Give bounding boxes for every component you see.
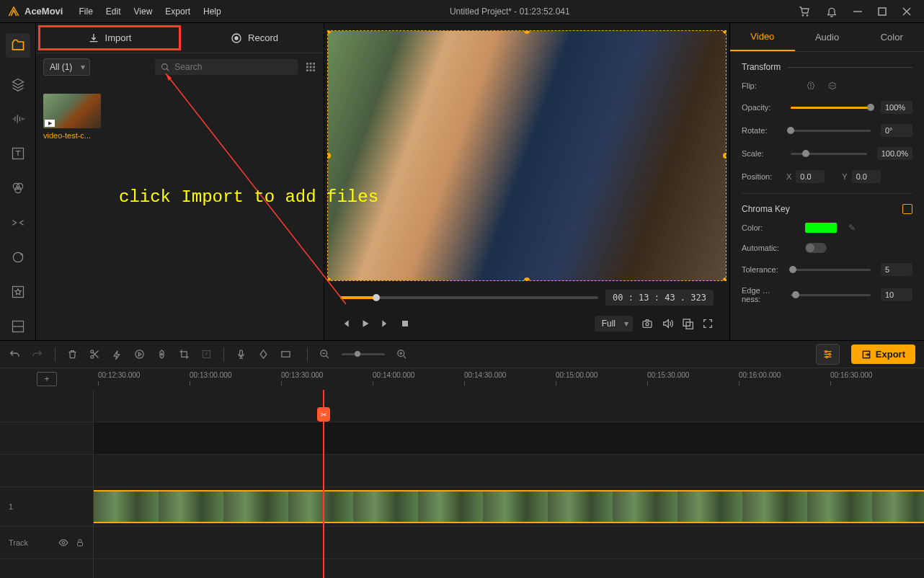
rail-audio-icon[interactable] — [10, 111, 26, 127]
video-track-lane[interactable] — [94, 487, 924, 527]
track-visibility-icon[interactable] — [58, 538, 68, 548]
preview-scrubber[interactable] — [340, 296, 598, 299]
resize-handle[interactable] — [723, 153, 727, 159]
bell-icon[interactable] — [826, 6, 838, 17]
tab-video[interactable]: Video — [730, 23, 795, 51]
playhead[interactable]: ✂ — [323, 390, 324, 578]
speed-button[interactable] — [112, 349, 123, 360]
timeline-ruler[interactable]: 00:12:30.000 00:13:00.000 00:13:30.000 0… — [94, 368, 924, 390]
stop-button[interactable] — [401, 319, 409, 328]
maximize-icon[interactable] — [878, 7, 887, 16]
flip-horizontal-icon[interactable] — [805, 81, 817, 91]
flip-vertical-icon[interactable] — [827, 81, 838, 91]
grid-view-icon[interactable] — [305, 61, 316, 73]
resize-handle[interactable] — [327, 277, 331, 281]
pos-y-input[interactable]: 0.0 — [852, 170, 881, 183]
menu-file[interactable]: File — [79, 6, 92, 17]
rail-animations-icon[interactable] — [10, 249, 26, 265]
view-mode-dropdown[interactable]: Full — [595, 316, 633, 332]
add-track-button[interactable]: + — [37, 372, 57, 386]
reverse-button[interactable] — [134, 349, 145, 360]
redo-button[interactable] — [32, 349, 43, 360]
rail-split-icon[interactable] — [10, 319, 26, 334]
zoom-slider[interactable] — [342, 353, 385, 355]
zoom-out-button[interactable] — [319, 349, 330, 360]
volume-button[interactable] — [662, 318, 673, 329]
scale-value[interactable]: 100.0% — [877, 147, 912, 160]
track-lanes[interactable]: ✂ — [94, 390, 924, 578]
time-display: 00 : 13 : 43 . 323 — [605, 290, 714, 306]
chroma-toggle[interactable] — [902, 204, 912, 214]
svg-rect-3 — [879, 8, 886, 15]
timeline-settings-button[interactable] — [816, 344, 840, 365]
track-lane[interactable] — [94, 455, 924, 487]
rail-media-icon[interactable] — [6, 33, 30, 58]
menu-edit[interactable]: Edit — [106, 6, 121, 17]
rotate-value[interactable]: 0° — [881, 124, 912, 137]
chroma-color-swatch[interactable] — [805, 223, 837, 233]
scale-slider[interactable] — [791, 153, 867, 155]
split-button[interactable] — [89, 349, 100, 360]
scrub-thumb[interactable] — [373, 294, 380, 301]
menu-view[interactable]: View — [134, 6, 153, 17]
search-box[interactable] — [155, 59, 298, 75]
track-lane[interactable] — [94, 422, 924, 455]
pos-x-input[interactable]: 0.0 — [796, 170, 825, 183]
edit-button[interactable] — [201, 349, 212, 360]
undo-button[interactable] — [9, 349, 20, 360]
tab-color[interactable]: Color — [859, 23, 924, 51]
crop-button[interactable] — [179, 349, 190, 360]
detach-button[interactable] — [682, 318, 693, 329]
tab-audio[interactable]: Audio — [795, 23, 860, 51]
rail-filters-icon[interactable] — [10, 180, 26, 196]
fullscreen-button[interactable] — [702, 318, 714, 329]
export-button[interactable]: Export — [851, 344, 915, 364]
edge-value[interactable]: 10 — [881, 288, 912, 301]
chroma-auto-toggle[interactable] — [805, 243, 827, 253]
keyframe-button[interactable] — [156, 349, 167, 360]
track-lock-icon[interactable] — [76, 538, 84, 547]
track-lane[interactable] — [94, 390, 924, 422]
snapshot-button[interactable] — [641, 318, 653, 329]
marker-button[interactable] — [258, 349, 269, 360]
media-filter-dropdown[interactable]: All (1) — [43, 58, 90, 76]
prev-frame-button[interactable] — [340, 319, 350, 329]
resize-handle[interactable] — [524, 277, 530, 281]
svg-rect-21 — [306, 66, 308, 68]
menu-help[interactable]: Help — [203, 6, 221, 17]
opacity-slider[interactable] — [791, 107, 871, 109]
rail-transitions-icon[interactable] — [10, 215, 26, 231]
menu-export[interactable]: Export — [165, 6, 190, 17]
tolerance-slider[interactable] — [791, 269, 871, 271]
playhead-marker-icon[interactable]: ✂ — [317, 407, 330, 422]
rotate-slider[interactable] — [791, 130, 871, 132]
resize-handle[interactable] — [723, 277, 727, 281]
svg-point-51 — [829, 353, 831, 355]
rail-elements-icon[interactable] — [10, 284, 26, 300]
resize-handle[interactable] — [723, 30, 727, 34]
cart-icon[interactable] — [799, 6, 810, 17]
record-button[interactable]: Record — [185, 23, 324, 53]
media-thumbnail[interactable]: ▶ video-test-c... — [43, 94, 101, 140]
rail-layers-icon[interactable] — [10, 76, 26, 92]
close-icon[interactable] — [902, 7, 911, 16]
search-input[interactable] — [174, 62, 232, 72]
rail-text-icon[interactable] — [10, 146, 26, 161]
opacity-value[interactable]: 100% — [881, 101, 912, 114]
audio-track-lane[interactable] — [94, 527, 924, 559]
aspect-button[interactable] — [280, 349, 291, 360]
track-header-video: 1 — [0, 487, 93, 527]
next-frame-button[interactable] — [381, 319, 391, 329]
edge-slider[interactable] — [791, 294, 871, 296]
preview-canvas[interactable] — [327, 30, 727, 281]
minimize-icon[interactable] — [853, 7, 862, 16]
video-clip[interactable] — [94, 490, 924, 523]
zoom-in-button[interactable] — [396, 349, 407, 360]
play-button[interactable] — [360, 319, 370, 329]
delete-button[interactable] — [67, 349, 78, 360]
import-button[interactable]: Import — [38, 25, 181, 50]
tolerance-value[interactable]: 5 — [881, 263, 912, 276]
scrub-progress — [340, 296, 376, 299]
voiceover-button[interactable] — [236, 349, 246, 360]
eyedropper-icon[interactable]: ✎ — [848, 223, 856, 233]
